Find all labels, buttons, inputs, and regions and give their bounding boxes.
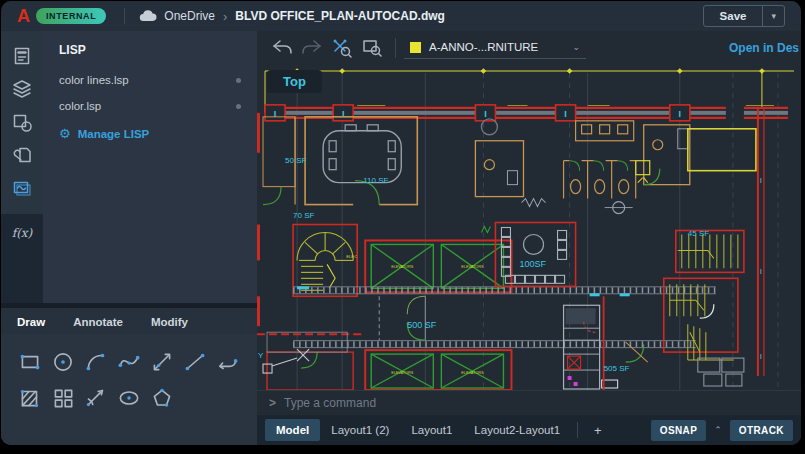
lisp-item-label: color.lsp [59, 100, 101, 112]
rail-icon-block [1, 31, 43, 214]
floorplan-spiral-stair [293, 225, 357, 297]
osnap-settings-caret[interactable]: ⌃ [712, 425, 724, 435]
breadcrumb-storage[interactable]: OneDrive [164, 9, 215, 23]
command-bar[interactable]: > Type a command [257, 390, 801, 415]
svg-text:ELEVATORS: ELEVATORS [461, 265, 484, 269]
svg-text:ELEVATORS: ELEVATORS [461, 371, 484, 375]
internal-badge: INTERNAL [36, 8, 106, 24]
cloud-icon [139, 10, 157, 22]
tab-layout1[interactable]: Layout1 [400, 419, 463, 441]
svg-text:ELEVATORS: ELEVATORS [391, 265, 414, 269]
svg-text:I: I [760, 176, 762, 185]
properties-icon[interactable] [5, 39, 39, 72]
xref-icon[interactable] [5, 138, 39, 171]
floorplan-restrooms [475, 121, 689, 199]
svg-text:50 SF: 50 SF [285, 156, 306, 165]
zoom-window-icon[interactable] [357, 35, 387, 61]
arc-segment-tool-icon[interactable] [211, 344, 244, 380]
circle-tool-icon[interactable] [46, 344, 79, 380]
add-layout-button[interactable]: + [584, 421, 612, 440]
autocad-logo[interactable]: A [17, 7, 30, 25]
left-top-section: f(x) LISP color lines.lsp color.lsp ⚙ [1, 31, 257, 303]
top-bar: A INTERNAL OneDrive › BLVD OFFICE_PLAN-A… [1, 1, 801, 31]
ellipse-tool-icon[interactable] [112, 380, 145, 416]
svg-text:I: I [484, 109, 487, 119]
redo-icon[interactable] [297, 35, 327, 61]
command-input[interactable]: Type a command [284, 396, 376, 410]
svg-text:70 SF: 70 SF [293, 211, 314, 220]
floorplan-drawing[interactable]: I I I I I I I I [257, 65, 801, 390]
svg-text:500 SF: 500 SF [407, 320, 437, 330]
tab-annotate[interactable]: Annotate [73, 316, 123, 328]
image-icon[interactable] [5, 171, 39, 204]
otrack-toggle[interactable]: OTRACK [730, 420, 793, 441]
zoom-selection-icon[interactable] [327, 35, 357, 61]
floorplan-yellow-room [688, 129, 756, 171]
svg-text:I: I [274, 109, 277, 119]
arc-tool-icon[interactable] [79, 344, 112, 380]
rectangle-tool-icon[interactable] [13, 344, 46, 380]
canvas-toolbar: A-ANNO-...RNITURE ⌄ Open in Des [257, 31, 801, 65]
left-column: f(x) LISP color lines.lsp color.lsp ⚙ [1, 31, 257, 445]
osnap-toggle[interactable]: OSNAP [651, 420, 707, 441]
save-options-caret[interactable]: ▾ [762, 6, 784, 26]
polygon-tool-icon[interactable] [145, 380, 178, 416]
svg-text:100SF: 100SF [519, 259, 546, 269]
lisp-item-color-lines[interactable]: color lines.lsp [43, 67, 257, 93]
chevron-down-icon: ⌄ [572, 42, 580, 52]
svg-text:110 SF: 110 SF [363, 176, 388, 185]
chevron-right-icon: › [223, 9, 227, 24]
lisp-panel: LISP color lines.lsp color.lsp ⚙ Manage … [43, 31, 257, 303]
blocks-icon[interactable] [5, 105, 39, 138]
open-in-desktop-link[interactable]: Open in Des [729, 41, 801, 55]
view-cube-label[interactable]: Top [267, 70, 322, 93]
svg-text:ELEVATORS: ELEVATORS [391, 371, 414, 375]
blocks-tool-icon[interactable] [46, 380, 79, 416]
layer-color-swatch [410, 42, 421, 53]
toolbar-divider [395, 38, 396, 58]
breadcrumb: OneDrive › BLVD OFFICE_PLAN-AUTOCAD.dwg [139, 9, 445, 24]
lisp-item-menu-dot[interactable] [236, 104, 241, 109]
layer-dropdown[interactable]: A-ANNO-...RNITURE ⌄ [404, 37, 586, 59]
lisp-item-menu-dot[interactable] [236, 78, 241, 83]
left-icon-rail: f(x) [1, 31, 43, 303]
tab-model[interactable]: Model [265, 419, 320, 441]
tab-layout1-2[interactable]: Layout1 (2) [320, 419, 400, 441]
layer-name: A-ANNO-...RNITURE [429, 41, 538, 53]
snap-controls: OSNAP ⌃ OTRACK [651, 420, 793, 441]
save-button[interactable]: Save [704, 6, 763, 26]
hatch-tool-icon[interactable] [13, 380, 46, 416]
undo-icon[interactable] [267, 35, 297, 61]
line-tool-icon[interactable] [178, 344, 211, 380]
layers-icon[interactable] [5, 72, 39, 105]
tab-draw[interactable]: Draw [17, 316, 45, 328]
svg-text:ELEC: ELEC [346, 254, 357, 259]
measure-tool-icon[interactable] [145, 344, 178, 380]
fx-icon[interactable]: f(x) [1, 214, 43, 252]
tab-modify[interactable]: Modify [151, 316, 188, 328]
floorplan-pantry-room [495, 223, 575, 287]
draw-tools-panel: Draw Annotate Modify [1, 303, 257, 445]
tool-tabs: Draw Annotate Modify [1, 308, 257, 334]
main-area: f(x) LISP color lines.lsp color.lsp ⚙ [1, 31, 801, 445]
gear-icon: ⚙ [59, 127, 71, 140]
save-split-button: Save ▾ [703, 5, 785, 27]
manage-lisp-button[interactable]: ⚙ Manage LISP [43, 119, 257, 148]
lisp-item-color[interactable]: color.lsp [43, 93, 257, 119]
document-title: BLVD OFFICE_PLAN-AUTOCAD.dwg [235, 9, 445, 23]
floorplan-elevator-bank-2: ELEVATORS ELEVATORS [365, 350, 511, 390]
floorplan-exterior-wall: I I I I I [265, 105, 788, 121]
floorplan-right-stairs [664, 230, 744, 386]
svg-text:Y: Y [258, 351, 264, 360]
lisp-panel-title: LISP [43, 43, 257, 67]
floorplan-elevator-bank-1: ELEVATORS ELEVATORS ELEC [346, 240, 511, 292]
svg-text:I: I [564, 109, 567, 119]
drawing-viewport[interactable]: I I I I I I I I [257, 65, 801, 390]
tabs-divider [577, 422, 578, 438]
dimension-tool-icon[interactable] [79, 380, 112, 416]
spline-tool-icon[interactable] [112, 344, 145, 380]
tab-layout2-layout1[interactable]: Layout2-Layout1 [463, 419, 571, 441]
layout-tabs-bar: Model Layout1 (2) Layout1 Layout2-Layout… [257, 415, 801, 445]
topbar-divider [124, 8, 125, 24]
drawing-canvas-area: A-ANNO-...RNITURE ⌄ Open in Des [257, 31, 801, 445]
